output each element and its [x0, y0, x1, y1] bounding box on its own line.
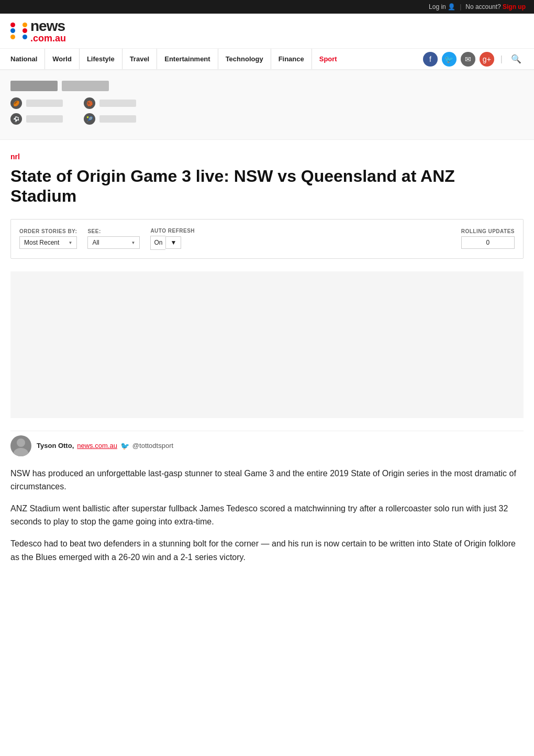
- score-tab-1[interactable]: [10, 81, 58, 91]
- body-paragraph-2: ANZ Stadium went ballistic after superst…: [10, 502, 524, 529]
- score-placeholder-2: [26, 115, 63, 123]
- author-source-link[interactable]: news.com.au: [77, 442, 117, 450]
- score-row-1: 🏉: [10, 97, 63, 109]
- order-stories-label: ORDER STORIES BY:: [19, 228, 77, 234]
- author-name: Tyson Otto,: [37, 442, 74, 450]
- rolling-updates-group: ROLLING UPDATES 0: [461, 228, 515, 249]
- auto-refresh-group: AUTO REFRESH On ▼: [150, 228, 195, 250]
- googleplus-icon[interactable]: g+: [480, 52, 494, 67]
- nav-pipe: |: [500, 54, 503, 64]
- logo[interactable]: news .com.au: [10, 19, 66, 43]
- scores-header: [10, 81, 524, 91]
- category-tag: nrl: [10, 152, 524, 161]
- score-row-4: 🎾: [84, 113, 136, 125]
- auto-refresh-select[interactable]: ▼: [165, 236, 181, 249]
- team-badge-3: 🏀: [84, 97, 95, 109]
- team-badge-4: 🎾: [84, 113, 95, 125]
- dot-empty-3: [16, 35, 21, 39]
- team-badge-1: 🏉: [10, 97, 22, 109]
- body-paragraph-1: NSW has produced an unforgettable last-g…: [10, 467, 524, 494]
- article-title: State of Origin Game 3 live: NSW vs Quee…: [10, 166, 524, 206]
- see-chevron-icon: ▼: [131, 240, 135, 245]
- see-value: All: [92, 239, 99, 246]
- score-row-3: 🏀: [84, 97, 136, 109]
- top-bar: Log in 👤 | No account? Sign up: [0, 0, 534, 14]
- auto-refresh-control: On ▼: [150, 236, 195, 250]
- score-col-1: 🏉 ⚽: [10, 97, 63, 129]
- score-rows: 🏉 ⚽ 🏀 🎾: [10, 97, 524, 129]
- score-placeholder-3: [99, 100, 136, 107]
- team-badge-2: ⚽: [10, 113, 22, 125]
- score-tab-2[interactable]: [62, 81, 109, 91]
- rolling-updates-label: ROLLING UPDATES: [461, 228, 515, 234]
- author-handle: @tottodtsport: [132, 442, 173, 450]
- see-select[interactable]: All ▼: [87, 236, 140, 249]
- score-row-2: ⚽: [10, 113, 63, 125]
- logo-text: news .com.au: [30, 19, 66, 43]
- see-label: SEE:: [87, 228, 140, 234]
- body-paragraph-3: Tedesco had to beat two defenders in a s…: [10, 537, 524, 564]
- see-group: SEE: All ▼: [87, 228, 140, 249]
- nav-item-national[interactable]: National: [10, 49, 45, 69]
- nav-item-sport[interactable]: Sport: [312, 49, 344, 69]
- score-placeholder-1: [26, 100, 63, 107]
- author-avatar: [10, 435, 31, 456]
- dot-blue: [10, 28, 15, 33]
- order-stories-group: ORDER STORIES BY: Most Recent ▼: [19, 228, 77, 249]
- svg-point-0: [17, 439, 25, 447]
- article-section: nrl State of Origin Game 3 live: NSW vs …: [0, 140, 534, 585]
- avatar-image: [10, 435, 31, 456]
- signup-link[interactable]: Sign up: [503, 3, 526, 10]
- svg-point-1: [14, 448, 28, 456]
- dot-empty-1: [16, 23, 21, 27]
- dot-blue-2: [23, 35, 27, 39]
- auto-refresh-value: On: [150, 236, 165, 250]
- media-placeholder: [10, 271, 524, 418]
- main-nav: National World Lifestyle Travel Entertai…: [0, 49, 534, 70]
- twitter-bird-icon: 🐦: [120, 442, 129, 450]
- nav-social: f 🐦 ✉ g+ | 🔍: [423, 52, 524, 67]
- twitter-icon[interactable]: 🐦: [442, 52, 457, 67]
- dot-orange: [23, 23, 27, 27]
- order-chevron-icon: ▼: [68, 240, 72, 245]
- no-account-text: No account?: [465, 3, 500, 10]
- scores-section: 🏉 ⚽ 🏀 🎾: [0, 70, 534, 140]
- nav-item-world[interactable]: World: [45, 49, 80, 69]
- auto-refresh-chevron-icon: ▼: [170, 239, 176, 246]
- nav-item-travel[interactable]: Travel: [123, 49, 158, 69]
- logo-dots: [10, 23, 27, 39]
- order-stories-select[interactable]: Most Recent ▼: [19, 236, 77, 249]
- site-header: news .com.au: [0, 14, 534, 49]
- logo-news: news: [30, 19, 66, 34]
- auto-refresh-label: AUTO REFRESH: [150, 228, 195, 234]
- nav-items: National World Lifestyle Travel Entertai…: [10, 49, 423, 69]
- facebook-icon[interactable]: f: [423, 52, 438, 67]
- article-body: NSW has produced an unforgettable last-g…: [10, 467, 524, 564]
- rolling-updates-value: 0: [461, 236, 515, 249]
- dot-empty-2: [16, 28, 21, 33]
- dot-red-2: [23, 28, 27, 33]
- nav-item-finance[interactable]: Finance: [271, 49, 312, 69]
- dot-red: [10, 23, 15, 27]
- score-col-2: 🏀 🎾: [84, 97, 136, 129]
- nav-item-entertainment[interactable]: Entertainment: [157, 49, 218, 69]
- score-placeholder-4: [99, 115, 136, 123]
- logo-comau: .com.au: [30, 34, 66, 43]
- dot-orange-2: [10, 35, 15, 39]
- login-link[interactable]: Log in 👤: [429, 3, 455, 10]
- search-icon[interactable]: 🔍: [509, 52, 524, 67]
- nav-item-lifestyle[interactable]: Lifestyle: [80, 49, 123, 69]
- nav-item-technology[interactable]: Technology: [218, 49, 271, 69]
- pipe-divider: |: [460, 3, 461, 10]
- author-area: Tyson Otto, news.com.au 🐦 @tottodtsport: [10, 431, 524, 456]
- author-info: Tyson Otto, news.com.au 🐦 @tottodtsport: [37, 442, 173, 450]
- order-stories-value: Most Recent: [24, 239, 59, 246]
- email-icon[interactable]: ✉: [461, 52, 475, 67]
- feed-controls: ORDER STORIES BY: Most Recent ▼ SEE: All…: [10, 219, 524, 259]
